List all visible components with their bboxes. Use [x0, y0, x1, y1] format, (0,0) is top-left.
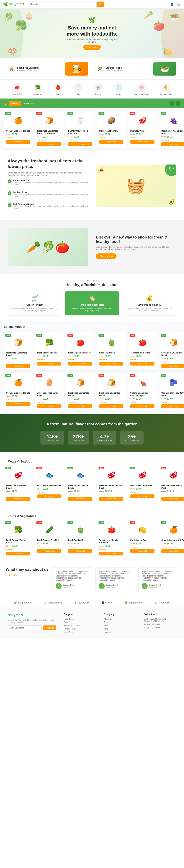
footer-link-1[interactable]: Contact Us	[64, 621, 96, 623]
discover-desc: Lorem ipsum dolor sit amet, consectetur …	[96, 246, 176, 250]
cart-icon[interactable]: 🛒	[177, 2, 181, 6]
fruit-add-0[interactable]: Add to Cart	[6, 552, 30, 555]
fruits-icon: 🍎	[53, 83, 63, 92]
add-cart-3[interactable]: Add to Cart	[99, 140, 124, 144]
latest-products-title: Latest Product	[4, 325, 25, 329]
category-natural[interactable]: 🌸 Natural & Organic	[134, 83, 149, 95]
fruit-add-1[interactable]: Add to Cart	[37, 549, 61, 553]
latest-name-9: Freshmore Guaranteed Bread	[99, 392, 124, 397]
latest-add-10[interactable]: Add to Cart	[130, 404, 155, 408]
category-vegetables[interactable]: 🥦 Vegetables	[33, 83, 42, 95]
prev-button[interactable]: ‹	[170, 101, 175, 106]
category-dairy[interactable]: 🥛 Dairy	[73, 83, 83, 95]
hero-cta-button[interactable]: Shop Now	[83, 44, 101, 50]
hero-onion: 🧅	[25, 12, 33, 20]
meat-add-0[interactable]: Add to Cart	[6, 497, 30, 501]
new-price-1: $2.47	[43, 135, 49, 138]
search-input[interactable]	[28, 2, 97, 7]
footer-link-2[interactable]: Terms & Conditions	[64, 624, 96, 627]
meat-add-1[interactable]: Add to Cart	[37, 494, 61, 498]
latest-add-7[interactable]: Add to Cart	[37, 404, 61, 408]
latest-rating-2: ★★★★☆	[68, 359, 93, 361]
about-feature-title-2: 24/7 Premium Support	[13, 203, 88, 205]
fruit-name-0: Fresh Broccoli Spears Green	[6, 539, 30, 544]
latest-img-10: 🍗	[130, 375, 155, 390]
meat-add-4[interactable]: Add to Cart	[130, 494, 155, 498]
brand-1: 🌾 VeggiesFarm	[44, 601, 62, 604]
logo[interactable]: 🌿 dailymart	[3, 2, 24, 6]
add-cart-1[interactable]: Add to Cart	[37, 142, 61, 146]
latest-add-4[interactable]: Add to Cart	[130, 362, 155, 366]
latest-add-8[interactable]: Add to Cart	[68, 404, 93, 408]
about-image-inner: 🧺 🍝 🥑 🍋 25+ Years Experience	[96, 164, 176, 207]
meat-add-5[interactable]: Add to Cart	[161, 497, 184, 501]
footer-company-link-4[interactable]: Partners	[104, 631, 136, 633]
latest-add-9[interactable]: Add to Cart	[99, 404, 124, 408]
rating-2: ★★★★★	[68, 139, 93, 141]
category-personal[interactable]: 🤚 Personal Care	[160, 83, 172, 95]
latest-add-5[interactable]: Add to Cart	[161, 364, 184, 368]
category-meat-label: Meat & Fish	[12, 93, 22, 95]
latest-product-10: Sale 🍗 Simone Guaranteed Chicken Thighs …	[128, 373, 157, 410]
latest-add-0[interactable]: Add to Cart	[6, 364, 30, 368]
why-card-1: 🏷️ Find out the best price Makible creat…	[65, 291, 119, 316]
latest-add-3[interactable]: Add to Cart	[99, 362, 124, 366]
footer-company-link-1[interactable]: Jobs	[104, 621, 136, 623]
category-bakery[interactable]: 🧁 Bakery	[94, 83, 103, 95]
footer-address: 7866 County Renew Dr NE,Atlanta, GA 3034…	[144, 618, 176, 622]
why-card-2: 💰 Save time and money Organis matter dol…	[122, 291, 176, 316]
latest-badge-8: New	[68, 374, 73, 377]
meat-add-3[interactable]: Add to Cart	[99, 497, 124, 501]
product-badge-5: New	[161, 112, 166, 115]
latest-add-1[interactable]: Add to Cart	[37, 362, 61, 366]
latest-new-7: $2.35	[43, 398, 49, 400]
next-button[interactable]: ›	[176, 101, 180, 106]
meat-img-4: 🥩	[130, 467, 155, 483]
add-cart-0[interactable]: Add to Cart	[6, 140, 30, 144]
user-icon[interactable]: 👤	[170, 2, 174, 6]
discover-cta-button[interactable]: Discover Now	[96, 253, 116, 259]
footer-link-0[interactable]: Help Center	[64, 618, 96, 620]
newsletter-input[interactable]	[8, 625, 42, 630]
footer-company-link-0[interactable]: About Us	[104, 618, 136, 620]
discover-text: Discover a new way to shop for fresh & h…	[96, 235, 176, 259]
bakery-icon: 🧁	[94, 83, 103, 92]
footer: dailymart Sign up our newsletter to get …	[0, 607, 184, 639]
meat-img-2: 🐟	[68, 467, 93, 483]
fruit-add-3[interactable]: Add to Cart	[99, 552, 124, 555]
meat-add-2[interactable]: Add to Cart	[68, 497, 93, 501]
footer-company-link-3[interactable]: Blog	[104, 628, 136, 630]
footer-company-link-2[interactable]: News	[104, 624, 136, 627]
fruit-add-2[interactable]: Add to Cart	[68, 549, 93, 553]
product-img-5: 🍇	[161, 113, 184, 128]
latest-add-2[interactable]: Add to Cart	[68, 362, 93, 366]
footer-link-4[interactable]: Legal Notice	[64, 631, 96, 633]
newsletter-btn[interactable]: Subscribe	[43, 625, 56, 630]
latest-new-8: $3.79	[74, 398, 80, 400]
testimonial-cards-container: Vulputate velit laoreet ipsum pharetra V…	[52, 567, 178, 592]
fruit-add-5[interactable]: Add to Cart	[161, 549, 184, 553]
stat-label-2: Customer Rating	[97, 439, 112, 441]
brand-2: 💧 LIQUIDUM	[74, 601, 89, 604]
add-cart-2[interactable]: Add to Cart	[68, 142, 93, 146]
latest-add-11[interactable]: Add to Cart	[161, 404, 184, 408]
search-button[interactable]: 🔍	[97, 2, 104, 7]
fruit-new-1: $2.19	[43, 542, 49, 545]
latest-add-6[interactable]: Add to Cart	[6, 402, 30, 406]
latest-product-5: New 🍞 Freshmore Guaranteed Bread $5.99$2…	[159, 333, 184, 370]
about-avocado: 🥑	[168, 199, 175, 205]
latest-rating-9: ★★★★★	[99, 401, 124, 403]
product-badge-4: Sale	[130, 112, 135, 115]
testimonials-stars: ★★★★★	[6, 574, 49, 577]
latest-rating-0: ★★★★☆	[6, 361, 30, 363]
add-cart-4[interactable]: Add to Cart	[130, 140, 155, 144]
fruit-add-4[interactable]: Add to Cart	[130, 549, 155, 553]
category-meat[interactable]: 🥩 Meat & Fish	[12, 83, 22, 95]
add-cart-5[interactable]: Add to Cart	[161, 142, 184, 146]
category-frozen[interactable]: ❄️ Frozen	[114, 83, 123, 95]
old-price-2: $3.99	[68, 136, 73, 138]
footer-link-3[interactable]: Privacy Policy	[64, 628, 96, 630]
latest-product-9: Sale 🍞 Freshmore Guaranteed Bread $5.99$…	[97, 373, 126, 410]
category-fruits[interactable]: 🍎 Fruits	[53, 83, 63, 95]
latest-new-3: $3.11	[105, 355, 111, 358]
